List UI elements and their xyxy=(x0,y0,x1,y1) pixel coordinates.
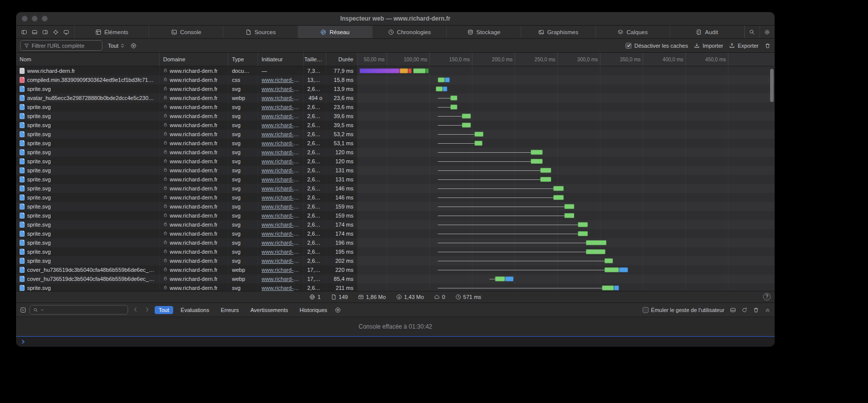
close-button[interactable] xyxy=(22,16,28,22)
initiator-link[interactable]: www.richard-d… xyxy=(262,231,300,237)
expand-console-button[interactable] xyxy=(765,307,771,313)
network-request-row[interactable]: sprite.svgwww.richard-dern.frsvgwww.rich… xyxy=(16,103,775,112)
inspector-search-button[interactable] xyxy=(745,26,760,38)
device-icon[interactable] xyxy=(63,29,69,35)
console-filter-avertissements[interactable]: Avertissements xyxy=(246,306,292,314)
help-button[interactable]: ? xyxy=(763,293,771,300)
request-initiator[interactable]: www.richard-d… xyxy=(258,148,304,157)
export-button[interactable]: Exporter xyxy=(729,43,759,49)
network-request-row[interactable]: sprite.svgwww.richard-dern.frsvgwww.rich… xyxy=(16,256,775,265)
vertical-scrollbar[interactable] xyxy=(770,69,774,102)
network-request-row[interactable]: sprite.svgwww.richard-dern.frsvgwww.rich… xyxy=(16,229,775,238)
initiator-link[interactable]: www.richard-d… xyxy=(262,140,300,146)
console-drawer-button[interactable] xyxy=(730,307,736,313)
initiator-link[interactable]: www.richard-d… xyxy=(262,176,300,182)
initiator-link[interactable]: www.richard-d… xyxy=(262,258,300,264)
request-initiator[interactable]: www.richard-d… xyxy=(258,193,304,202)
request-initiator[interactable]: www.richard-d… xyxy=(258,283,304,291)
resource-type-dropdown[interactable]: Tout xyxy=(107,43,126,49)
network-request-row[interactable]: sprite.svgwww.richard-dern.frsvgwww.rich… xyxy=(16,238,775,247)
initiator-link[interactable]: www.richard-d… xyxy=(262,285,300,291)
network-request-row[interactable]: sprite.svgwww.richard-dern.frsvgwww.rich… xyxy=(16,247,775,256)
column-header-duree[interactable]: Durée xyxy=(326,53,357,66)
request-initiator[interactable]: www.richard-d… xyxy=(258,274,304,283)
network-request-row[interactable]: compiled.min.38390909f303624ed9e1cf1bd3f… xyxy=(16,75,775,84)
network-request-row[interactable]: sprite.svgwww.richard-dern.frsvgwww.rich… xyxy=(16,130,775,139)
initiator-link[interactable]: www.richard-d… xyxy=(262,194,300,200)
network-request-row[interactable]: sprite.svgwww.richard-dern.frsvgwww.rich… xyxy=(16,175,775,184)
clear-console-button[interactable] xyxy=(753,307,759,313)
initiator-link[interactable]: www.richard-d… xyxy=(262,158,300,164)
tab-audit[interactable]: Audit xyxy=(670,26,745,38)
initiator-link[interactable]: www.richard-d… xyxy=(262,149,300,155)
clear-network-button[interactable] xyxy=(765,43,771,49)
network-request-row[interactable]: sprite.svgwww.richard-dern.frsvgwww.rich… xyxy=(16,121,775,130)
element-picker-icon[interactable] xyxy=(53,29,59,35)
console-search-input[interactable] xyxy=(30,305,128,315)
network-request-row[interactable]: cover_hu736519dc3b5040cfa48b6b559b6de6ec… xyxy=(16,274,775,283)
initiator-link[interactable]: www.richard-d… xyxy=(262,213,300,219)
initiator-link[interactable]: www.richard-d… xyxy=(262,222,300,228)
request-initiator[interactable]: www.richard-d… xyxy=(258,166,304,175)
initiator-link[interactable]: www.richard-d… xyxy=(262,249,300,255)
tab-calques[interactable]: Calques xyxy=(596,26,670,38)
disable-caches-checkbox[interactable]: Désactiver les caches xyxy=(626,43,688,49)
dock-right-icon[interactable] xyxy=(42,29,48,35)
network-request-row[interactable]: sprite.svgwww.richard-dern.frsvgwww.rich… xyxy=(16,157,775,166)
tab-reseau[interactable]: Réseau xyxy=(298,26,373,38)
initiator-link[interactable]: www.richard-d… xyxy=(262,267,300,273)
filter-options-button[interactable] xyxy=(131,43,137,49)
initiator-link[interactable]: www.richard-d… xyxy=(262,86,300,92)
zoom-button[interactable] xyxy=(42,16,48,22)
network-request-row[interactable]: sprite.svgwww.richard-dern.frsvgwww.rich… xyxy=(16,202,775,211)
tab-stockage[interactable]: Stockage xyxy=(447,26,521,38)
request-initiator[interactable]: www.richard-d… xyxy=(258,75,304,84)
request-initiator[interactable]: www.richard-d… xyxy=(258,130,304,139)
network-request-row[interactable]: sprite.svgwww.richard-dern.frsvgwww.rich… xyxy=(16,139,775,148)
url-filter-input[interactable]: Filtrer l'URL complète xyxy=(20,40,102,51)
network-request-row[interactable]: sprite.svgwww.richard-dern.frsvgwww.rich… xyxy=(16,211,775,220)
request-initiator[interactable]: www.richard-d… xyxy=(258,265,304,274)
request-initiator[interactable]: www.richard-d… xyxy=(258,247,304,256)
console-scope-button[interactable] xyxy=(20,307,26,313)
request-initiator[interactable]: www.richard-d… xyxy=(258,157,304,166)
network-request-row[interactable]: sprite.svgwww.richard-dern.frsvgwww.rich… xyxy=(16,193,775,202)
console-prompt[interactable] xyxy=(16,336,775,347)
request-initiator[interactable]: www.richard-d… xyxy=(258,103,304,112)
network-request-row[interactable]: sprite.svgwww.richard-dern.frsvgwww.rich… xyxy=(16,220,775,229)
initiator-link[interactable]: www.richard-d… xyxy=(262,77,300,83)
find-next-button[interactable] xyxy=(143,307,151,314)
request-initiator[interactable]: www.richard-d… xyxy=(258,220,304,229)
network-request-row[interactable]: avatar_hu85ecc3e298728880b0bde2dcc4e5c23… xyxy=(16,93,775,103)
request-initiator[interactable]: www.richard-d… xyxy=(258,121,304,130)
console-filter-tout[interactable]: Tout xyxy=(155,306,173,314)
import-button[interactable]: Importer xyxy=(694,43,723,49)
network-request-row[interactable]: cover_hu736519dc3b5040cfa48b6b559b6de6ec… xyxy=(16,265,775,274)
console-filter-erreurs[interactable]: Erreurs xyxy=(217,306,243,314)
tab-elements[interactable]: Éléments xyxy=(75,26,149,38)
network-request-row[interactable]: sprite.svgwww.richard-dern.frsvgwww.rich… xyxy=(16,148,775,157)
find-previous-button[interactable] xyxy=(132,307,140,314)
dock-bottom-icon[interactable] xyxy=(32,29,38,35)
request-initiator[interactable]: www.richard-d… xyxy=(258,93,304,103)
initiator-link[interactable]: www.richard-d… xyxy=(262,104,300,110)
column-header-initiateur[interactable]: Initiateur xyxy=(258,53,304,66)
inspector-settings-button[interactable] xyxy=(760,26,775,38)
initiator-link[interactable]: www.richard-d… xyxy=(262,167,300,173)
request-initiator[interactable]: www.richard-d… xyxy=(258,238,304,247)
initiator-link[interactable]: www.richard-d… xyxy=(262,122,300,128)
column-header-nom[interactable]: Nom xyxy=(16,53,160,66)
network-request-row[interactable]: sprite.svgwww.richard-dern.frsvgwww.rich… xyxy=(16,184,775,193)
tab-graphismes[interactable]: Graphismes xyxy=(521,26,595,38)
network-request-row[interactable]: sprite.svgwww.richard-dern.frsvgwww.rich… xyxy=(16,166,775,175)
initiator-link[interactable]: www.richard-d… xyxy=(262,95,300,101)
request-initiator[interactable]: www.richard-d… xyxy=(258,211,304,220)
console-filter-options-button[interactable] xyxy=(335,307,341,313)
request-initiator[interactable]: www.richard-d… xyxy=(258,84,304,93)
network-request-row[interactable]: sprite.svgwww.richard-dern.frsvgwww.rich… xyxy=(16,283,775,291)
request-initiator[interactable]: www.richard-d… xyxy=(258,175,304,184)
minimize-button[interactable] xyxy=(32,16,38,22)
tab-chronologies[interactable]: Chronologies xyxy=(373,26,447,38)
column-header-domaine[interactable]: Domaine xyxy=(160,53,228,66)
request-initiator[interactable]: www.richard-d… xyxy=(258,112,304,121)
